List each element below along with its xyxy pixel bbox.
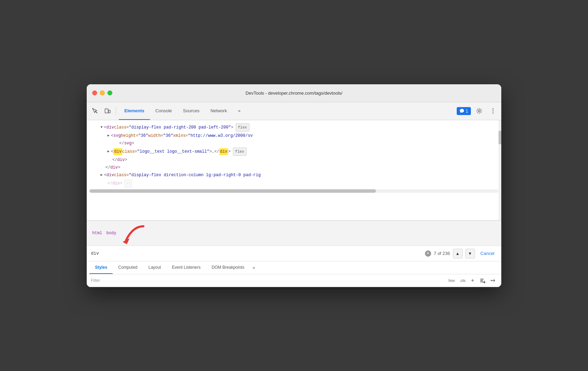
svg-rect-9 bbox=[480, 280, 483, 281]
styles-more[interactable]: » bbox=[250, 261, 258, 274]
filter-placeholder: Filter bbox=[91, 278, 444, 283]
svg-rect-2 bbox=[108, 110, 110, 113]
svg-rect-10 bbox=[480, 282, 483, 282]
html-line[interactable]: ▶ <div class="display-flex direction-col… bbox=[87, 171, 501, 179]
html-line[interactable]: ▼ <div class="display-flex pad-right-200… bbox=[87, 123, 501, 132]
svg-rect-8 bbox=[480, 279, 484, 279]
breadcrumb-bar: html body bbox=[87, 220, 501, 246]
breadcrumb-html[interactable]: html bbox=[91, 230, 104, 236]
minimize-button[interactable] bbox=[100, 91, 105, 95]
tab-event-listeners[interactable]: Event Listeners bbox=[167, 261, 206, 274]
devtools-toolbar: Elements Console Sources Network » 1 bbox=[87, 102, 501, 120]
close-button[interactable] bbox=[92, 91, 97, 95]
svg-line-0 bbox=[95, 111, 97, 113]
html-pane: ▼ <div class="display-flex pad-right-200… bbox=[87, 120, 501, 220]
window-title: DevTools - developer.chrome.com/tags/dev… bbox=[246, 91, 342, 96]
title-bar: DevTools - developer.chrome.com/tags/dev… bbox=[87, 84, 501, 102]
search-count-current: 7 bbox=[434, 251, 436, 256]
expand-arrow[interactable]: ▶ bbox=[107, 132, 110, 139]
svg-rect-13 bbox=[491, 280, 492, 281]
tab-computed[interactable]: Computed bbox=[113, 261, 143, 274]
badge[interactable]: ·· bbox=[124, 179, 132, 188]
html-line[interactable]: ▶ <div class="logo__text logo__text-smal… bbox=[87, 147, 501, 156]
search-prev-button[interactable]: ▲ bbox=[453, 249, 463, 258]
expand-arrow[interactable]: ▶ bbox=[107, 148, 110, 155]
hov-button[interactable]: :hov bbox=[446, 278, 456, 283]
search-input[interactable] bbox=[91, 251, 422, 256]
cancel-button[interactable]: Cancel bbox=[478, 249, 497, 257]
tab-more[interactable]: » bbox=[233, 102, 246, 120]
expand-arrow[interactable]: ▶ bbox=[101, 172, 103, 179]
flex-badge[interactable]: flex bbox=[233, 148, 247, 156]
horizontal-scrollbar-thumb[interactable] bbox=[89, 189, 376, 193]
expand-arrow[interactable]: ▼ bbox=[101, 124, 103, 131]
new-style-rule-icon-button[interactable] bbox=[478, 276, 487, 285]
html-line[interactable]: </div> bbox=[87, 156, 501, 164]
filter-bar: Filter :hov .cls + bbox=[87, 274, 501, 287]
html-line[interactable]: </div> ·· bbox=[87, 179, 501, 188]
filter-actions: :hov .cls + bbox=[446, 276, 497, 285]
svg-point-5 bbox=[493, 111, 494, 112]
html-line[interactable]: ▶ <svg height="36" width="36" xmlns="htt… bbox=[87, 132, 501, 140]
toolbar-right: 1 bbox=[457, 105, 499, 116]
toggle-element-state-icon-button[interactable] bbox=[489, 276, 497, 285]
vertical-scrollbar[interactable] bbox=[499, 120, 501, 220]
tab-dom-breakpoints[interactable]: DOM Breakpoints bbox=[206, 261, 250, 274]
tab-layout[interactable]: Layout bbox=[143, 261, 167, 274]
more-options-icon-button[interactable] bbox=[487, 105, 499, 116]
inspector-icon-button[interactable] bbox=[89, 105, 101, 116]
horizontal-scrollbar[interactable] bbox=[89, 189, 499, 193]
flex-badge[interactable]: flex bbox=[236, 123, 249, 132]
svg-point-6 bbox=[493, 113, 494, 114]
svg-point-4 bbox=[493, 108, 494, 110]
vertical-scrollbar-thumb[interactable] bbox=[499, 131, 501, 144]
traffic-lights bbox=[92, 91, 112, 95]
tab-nav: Elements Console Sources Network » bbox=[119, 102, 455, 120]
styles-tabs: Styles Computed Layout Event Listeners D… bbox=[87, 261, 501, 274]
search-bar: ✕ 7 of 236 ▲ ▼ Cancel bbox=[87, 246, 501, 261]
arrow-annotation bbox=[123, 223, 164, 244]
breadcrumb-body[interactable]: body bbox=[105, 230, 118, 236]
styles-panel: Styles Computed Layout Event Listeners D… bbox=[87, 261, 501, 287]
html-line[interactable]: </div> bbox=[87, 164, 501, 171]
html-line[interactable]: </svg> bbox=[87, 140, 501, 147]
add-style-rule-button[interactable]: + bbox=[469, 277, 476, 284]
chat-badge[interactable]: 1 bbox=[457, 107, 471, 115]
tab-network[interactable]: Network bbox=[205, 102, 233, 120]
search-count: 7 of 236 bbox=[434, 251, 450, 256]
settings-icon-button[interactable] bbox=[474, 105, 485, 116]
search-clear-button[interactable]: ✕ bbox=[425, 250, 431, 257]
tab-elements[interactable]: Elements bbox=[119, 102, 150, 120]
maximize-button[interactable] bbox=[107, 91, 112, 95]
tab-styles[interactable]: Styles bbox=[89, 261, 113, 274]
svg-rect-1 bbox=[105, 109, 108, 113]
svg-point-3 bbox=[478, 110, 480, 112]
device-toolbar-icon-button[interactable] bbox=[102, 105, 113, 116]
search-next-button[interactable]: ▼ bbox=[465, 249, 475, 258]
chat-count: 1 bbox=[466, 108, 468, 114]
toolbar-divider bbox=[116, 107, 116, 115]
search-count-total: of 236 bbox=[437, 251, 450, 256]
tab-console[interactable]: Console bbox=[150, 102, 178, 120]
devtools-window: DevTools - developer.chrome.com/tags/dev… bbox=[87, 84, 501, 287]
tab-sources[interactable]: Sources bbox=[178, 102, 205, 120]
cls-button[interactable]: .cls bbox=[458, 278, 467, 283]
